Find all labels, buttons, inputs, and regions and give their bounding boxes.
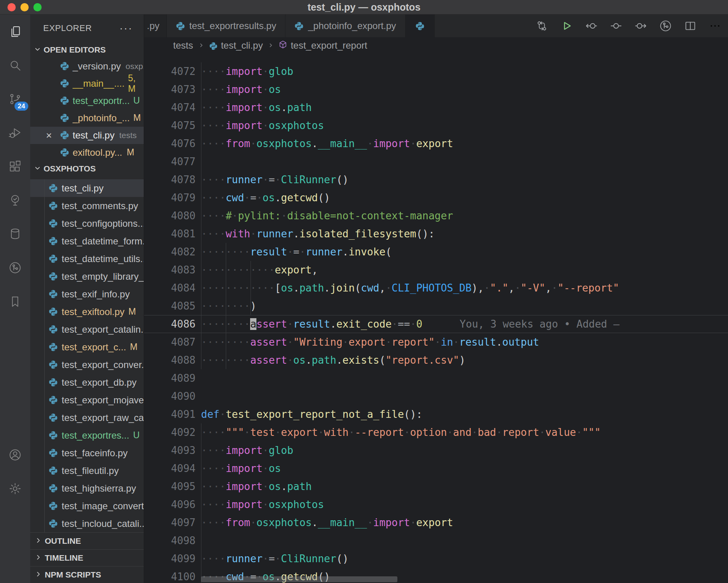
open-editors-section-header[interactable]: OPEN EDITORS xyxy=(30,42,144,58)
code-line[interactable]: 4092····"""·test·export·with·--report·op… xyxy=(144,423,728,441)
code-line[interactable]: 4088········assert·os.path.exists("repor… xyxy=(144,351,728,369)
database-icon[interactable] xyxy=(0,217,30,251)
file-tree-item[interactable]: test_datetime_utils.... xyxy=(30,250,144,268)
file-tree-item[interactable]: test_fileutil.py xyxy=(30,462,144,479)
git-status-badge: U xyxy=(133,95,140,106)
file-tree-item[interactable]: test_export_db.py xyxy=(30,373,144,391)
file-tree-item[interactable]: test_export_raw_ca... xyxy=(30,409,144,426)
code-line[interactable]: 4096····import·osxphotos xyxy=(144,496,728,514)
code-line[interactable]: 4081····with·runner.isolated_filesystem(… xyxy=(144,225,728,243)
git-status-badge: M xyxy=(127,147,134,158)
open-editor-item[interactable]: _photoinfo_...M xyxy=(30,109,144,127)
run-and-debug-icon[interactable] xyxy=(0,116,30,149)
code-line[interactable]: 4098 xyxy=(144,532,728,550)
code-line[interactable]: 4074····import·os.path xyxy=(144,98,728,117)
project-section-header[interactable]: OSXPHOTOS xyxy=(30,161,144,177)
split-editor-icon[interactable] xyxy=(684,20,697,32)
python-file-icon xyxy=(49,219,58,228)
file-tree-item[interactable]: test_comments.py xyxy=(30,197,144,215)
tab-partial[interactable]: .py xyxy=(144,15,167,37)
file-tree-item[interactable]: test_export_catalin... xyxy=(30,321,144,338)
sidebar-section-npm-scripts[interactable]: NPM SCRIPTS xyxy=(30,566,144,583)
open-editor-item[interactable]: __main__....5, M xyxy=(30,75,144,92)
open-editor-item[interactable]: test_exportr...U xyxy=(30,92,144,109)
open-next-change-icon[interactable] xyxy=(635,20,647,32)
file-tree-item[interactable]: test_datetime_form... xyxy=(30,232,144,250)
open-previous-change-icon[interactable] xyxy=(585,20,598,32)
open-editor-item[interactable]: _version.pyosxp... xyxy=(30,58,144,75)
file-tree-item[interactable]: test_exportres...U xyxy=(30,426,144,444)
python-file-icon xyxy=(49,466,58,475)
file-tree-item[interactable]: test_cli.py xyxy=(30,179,144,197)
file-tree-item[interactable]: test_export_conver... xyxy=(30,356,144,373)
close-window-button[interactable] xyxy=(7,3,16,11)
file-tree-item[interactable]: test_image_convert... xyxy=(30,497,144,515)
code-line[interactable]: 4091def·test_export_report_not_a_file(): xyxy=(144,405,728,423)
bookmarks-icon[interactable] xyxy=(0,284,30,318)
git-status-badge: 5, M xyxy=(128,73,135,94)
close-icon[interactable]: × xyxy=(46,130,57,140)
commit-graph-icon[interactable] xyxy=(659,20,672,32)
sidebar-section-outline[interactable]: OUTLINE xyxy=(30,532,144,549)
testing-tree-icon[interactable] xyxy=(0,183,30,217)
tab-test_exportresults.py[interactable]: test_exportresults.py xyxy=(167,15,285,37)
file-tree-item[interactable]: test_faceinfo.py xyxy=(30,444,144,462)
file-tree-item[interactable]: test_export_c...M xyxy=(30,338,144,356)
explorer-icon[interactable] xyxy=(0,15,30,48)
minimize-window-button[interactable] xyxy=(20,3,29,11)
code-line[interactable]: 4072····import·glob xyxy=(144,62,728,80)
source-control-icon[interactable]: 24 xyxy=(0,82,30,116)
code-line[interactable]: 4073····import·os xyxy=(144,80,728,98)
code-line[interactable]: 4082········result·=·runner.invoke( xyxy=(144,243,728,261)
file-tree-item[interactable]: test_highsierra.py xyxy=(30,479,144,497)
code-editor[interactable]: 4072····import·glob4073····import·os4074… xyxy=(144,54,728,583)
code-line[interactable]: 4089 xyxy=(144,369,728,387)
code-line[interactable]: 4084············[os.path.join(cwd,·CLI_P… xyxy=(144,279,728,297)
code-line[interactable]: 4083············export, xyxy=(144,261,728,279)
code-line[interactable]: 4095····import·os.path xyxy=(144,477,728,496)
account-icon[interactable] xyxy=(0,438,30,472)
code-line[interactable]: 4078····runner·=·CliRunner() xyxy=(144,171,728,189)
file-tree-item[interactable]: test_export_mojave... xyxy=(30,391,144,409)
breadcrumb-item[interactable]: test_cli.py xyxy=(209,40,263,51)
extensions-icon[interactable] xyxy=(0,149,30,183)
file-tree-item[interactable]: test_incloud_catali... xyxy=(30,515,144,532)
horizontal-scrollbar[interactable] xyxy=(201,576,397,582)
code-line[interactable]: 4099····runner·=·CliRunner() xyxy=(144,550,728,568)
code-line[interactable]: 4079····cwd·=·os.getcwd() xyxy=(144,189,728,207)
commit-graph-icon[interactable] xyxy=(0,251,30,284)
sidebar-section-timeline[interactable]: TIMELINE xyxy=(30,549,144,566)
open-editor-item[interactable]: ×test_cli.pytests xyxy=(30,127,144,144)
code-line[interactable]: 4085········) xyxy=(144,297,728,315)
file-tree-item[interactable]: test_exiftool.pyM xyxy=(30,303,144,321)
code-line[interactable]: 4093····import·glob xyxy=(144,441,728,459)
run-python-file-icon[interactable] xyxy=(560,20,573,32)
code-line[interactable]: 4086········assert·result.exit_code·==·0… xyxy=(144,315,728,333)
open-changes-icon[interactable] xyxy=(610,20,622,32)
file-tree-item[interactable]: test_configoptions.... xyxy=(30,215,144,232)
code-line[interactable]: 4094····import·os xyxy=(144,459,728,477)
compare-changes-icon[interactable] xyxy=(536,20,548,32)
python-file-icon xyxy=(49,378,58,387)
code-line[interactable]: 4090 xyxy=(144,387,728,405)
settings-gear-icon[interactable] xyxy=(0,472,30,505)
breadcrumb-item[interactable]: tests xyxy=(173,40,193,51)
code-line[interactable]: 4076····from·osxphotos.__main__·import·e… xyxy=(144,135,728,153)
open-editor-item[interactable]: exiftool.py...M xyxy=(30,144,144,161)
code-line[interactable]: 4080····#·pylint:·disable=not-context-ma… xyxy=(144,207,728,225)
more-actions-icon[interactable]: ··· xyxy=(119,22,133,35)
tab-active-icon-only[interactable] xyxy=(406,15,435,37)
code-line[interactable]: 4075····import·osxphotos xyxy=(144,117,728,135)
more-actions-icon[interactable] xyxy=(709,20,721,32)
code-line[interactable]: 4077 xyxy=(144,153,728,171)
breadcrumb-item[interactable]: test_export_report xyxy=(279,40,367,51)
file-tree-item[interactable]: test_empty_library_... xyxy=(30,268,144,285)
zoom-window-button[interactable] xyxy=(33,3,42,11)
code-line[interactable]: 4097····from·osxphotos.__main__·import·e… xyxy=(144,514,728,532)
source-control-badge: 24 xyxy=(15,102,28,111)
search-icon[interactable] xyxy=(0,48,30,82)
code-line[interactable]: 4087········assert·"Writing·export·repor… xyxy=(144,333,728,351)
file-tree-item[interactable]: test_exif_info.py xyxy=(30,285,144,303)
tab-label: test_exportresults.py xyxy=(189,20,276,31)
tab-_photoinfo_export.py[interactable]: _photoinfo_export.py xyxy=(285,15,405,37)
